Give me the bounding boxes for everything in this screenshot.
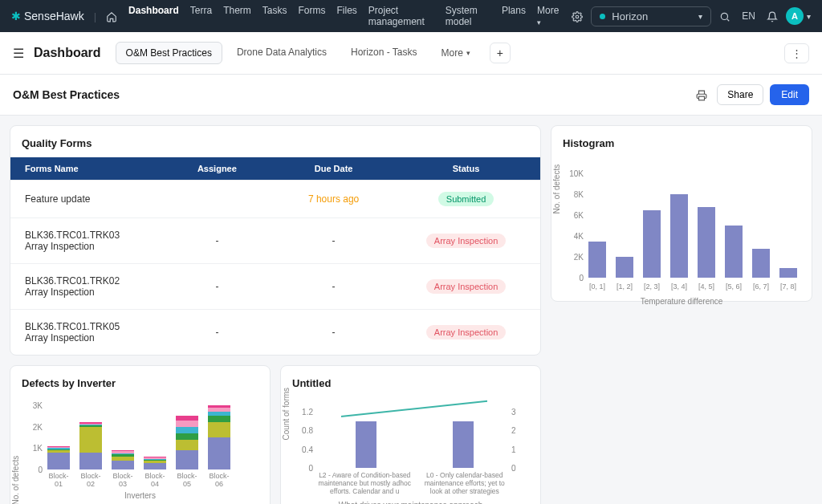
cell-assignee: - [159,310,275,355]
bar-segment [176,440,198,450]
cell-assignee [159,181,275,217]
nav-files[interactable]: Files [336,5,356,27]
card-title: Untitled [281,366,540,397]
share-button[interactable]: Share [717,84,763,105]
bar-segment [144,463,166,469]
bar-segment [176,433,198,440]
x-tick: Block-06 [208,472,230,488]
nav-plans[interactable]: Plans [502,5,526,27]
svg-rect-2 [699,96,705,100]
sub-title: Dashboard [34,46,101,60]
print-icon[interactable] [696,88,707,101]
y-tick: 10K [551,169,584,178]
col-status: Status [392,157,540,180]
y-tick-right: 3 [511,408,539,417]
card-defects-by-inverter: Defects by Inverter No. of defects 01K2K… [10,365,271,504]
user-menu[interactable]: A ▾ [786,7,811,25]
status-badge: Array Inspection [426,325,506,339]
asset-name: Horizon [612,10,648,22]
bar-segment [112,461,134,469]
y-tick-left: 1.2 [286,408,313,417]
cell-status: Array Inspection [392,310,540,355]
tab-more[interactable]: More ▾ [432,42,480,64]
tab-drone-data[interactable]: Drone Data Analytics [227,42,336,64]
x-tick: L0 - Only calendar-based maintenance eff… [418,471,512,496]
table-header: Forms Name Assignee Due Date Status [10,157,540,180]
card-title: Quality Forms [10,126,540,157]
nav-forms[interactable]: Forms [298,5,325,27]
bar-segment [47,453,70,469]
bar-segment [176,427,198,433]
search-icon[interactable] [716,10,734,22]
menu-icon[interactable]: ☰ [13,46,24,61]
stacked-bar [79,422,102,469]
combo-x-labels: L2 - Aware of Condition-based maintenanc… [318,471,511,496]
x-tick: L2 - Aware of Condition-based maintenanc… [318,471,412,496]
table-row[interactable]: BLK36.TRC01.TRK03 Array Inspection--Arra… [10,217,540,263]
nav-system[interactable]: System model [446,5,490,27]
nav-project[interactable]: Project management [368,5,434,27]
settings-icon[interactable] [568,10,586,22]
histogram-chart: No. of defects 02K4K6K8K10K [588,157,800,278]
y-tick: 4K [551,232,584,241]
y-tick-right: 1 [511,445,539,453]
nav-divider: | [94,10,96,22]
cell-name: Feature update [10,181,147,217]
y-tick-right: 0 [511,464,539,473]
logo-mark-icon: ✱ [11,10,21,22]
tab-horizon-tasks[interactable]: Horizon - Tasks [341,42,426,64]
page-title: O&M Best Practices [13,88,120,101]
nav-terra[interactable]: Terra [190,5,212,27]
bar [453,421,474,468]
card-untitled: Untitled Count of forms 00.40.81.2 0123 … [280,365,541,504]
cell-assignee: - [159,264,275,309]
stacked-bar [208,405,230,469]
x-tick: [3, 4] [670,282,688,291]
add-dashboard-button[interactable]: + [490,43,511,63]
quality-forms-table: Forms Name Assignee Due Date Status Feat… [10,157,540,355]
bar-segment [208,422,230,437]
card-histogram: Histogram No. of defects 02K4K6K8K10K [0… [551,125,812,302]
nav-tasks[interactable]: Tasks [262,5,287,27]
more-actions-button[interactable]: ⋮ [784,43,809,63]
cell-status: Submitted [392,181,540,217]
table-row[interactable]: Feature update7 hours agoSubmitted [10,180,540,217]
nav-dashboard[interactable]: Dashboard [128,5,179,27]
x-axis-label: What drives your maintenance approach [281,501,540,504]
bar [643,210,661,278]
brand-logo[interactable]: ✱ SenseHawk [11,10,84,22]
bar [588,242,606,278]
cell-due: - [275,264,392,309]
table-row[interactable]: BLK36.TRC01.TRK02 Array Inspection--Arra… [10,263,540,309]
col-assignee: Assignee [159,157,275,180]
cell-status: Array Inspection [392,218,540,263]
x-tick: [1, 2] [616,282,633,291]
page-header: O&M Best Practices Share Edit [0,75,822,116]
y-tick: 3K [15,401,43,410]
home-icon[interactable] [106,10,117,22]
x-tick: [6, 7] [752,282,770,291]
cell-due: - [275,310,392,355]
x-tick: Block-02 [79,472,102,488]
x-tick: Block-04 [144,472,166,488]
asset-selector[interactable]: Horizon ▾ [591,6,711,26]
y-tick-left: 0.4 [286,445,313,453]
combo-chart: Count of forms 00.40.81.2 0123 [318,404,511,468]
nav-more[interactable]: More ▾ [537,5,559,27]
tab-om-best-practices[interactable]: O&M Best Practices [116,42,222,64]
status-badge: Array Inspection [426,279,506,294]
bar [616,257,633,278]
nav-therm[interactable]: Therm [223,5,251,27]
language-selector[interactable]: EN [739,10,759,22]
bell-icon[interactable] [763,10,781,22]
edit-button[interactable]: Edit [770,84,809,105]
x-tick: [0, 1] [588,282,606,291]
stacked-bar [144,457,166,469]
cell-assignee: - [159,218,275,263]
bar-segment [79,453,102,469]
dashboard-tabs: O&M Best Practices Drone Data Analytics … [116,42,480,64]
table-row[interactable]: BLK36.TRC01.TRK05 Array Inspection--Arra… [10,309,540,355]
brand-text: SenseHawk [24,10,84,22]
stacked-bar [112,450,134,469]
card-quality-forms: Quality Forms Forms Name Assignee Due Da… [10,125,541,356]
